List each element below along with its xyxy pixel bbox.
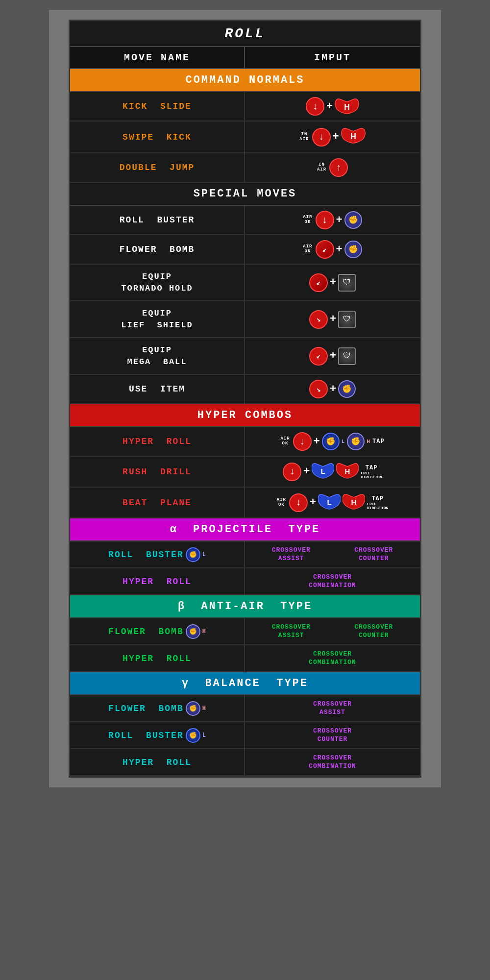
s-button-icon: 🛡: [338, 347, 356, 365]
l-label: L: [202, 551, 206, 558]
plus-sign: +: [330, 383, 336, 395]
alpha-label: PROJECTILE TYPE: [193, 523, 320, 536]
crossover-combination-text: CROSSOVERCOMBINATION: [251, 650, 414, 667]
l-wing-icon: L: [312, 462, 334, 482]
crossover-types-beta-flower: CROSSOVERASSIST CROSSOVERCOUNTER: [245, 618, 420, 644]
table-row: ROLL BUSTER ✊ L CROSSOVERCOUNTER: [70, 722, 420, 749]
l-label: L: [342, 439, 345, 444]
move-input-equip-mega: ↙ + 🛡: [245, 338, 420, 374]
plus-sign: +: [310, 496, 316, 509]
move-input-roll-buster: AIROK ↓ + ✊: [245, 206, 420, 234]
table-row: EQUIPLIEF SHIELD ↘ + 🛡: [70, 301, 420, 338]
table-row: HYPER ROLL AIROK ↓ + ✊ L ✊ H TAP: [70, 427, 420, 457]
table-row: EQUIPTORNADO HOLD ↙ + 🛡: [70, 265, 420, 301]
fist-button-icon: ✊: [338, 380, 356, 398]
move-name-roll-buster: ROLL BUSTER: [70, 206, 245, 234]
move-name-flower-bomb: FLOWER BOMB: [70, 235, 245, 264]
h-wing-icon: H: [343, 492, 365, 513]
input-header: IMPUT: [245, 47, 420, 68]
move-label: HYPER ROLL: [122, 758, 192, 767]
gamma-label: BALANCE TYPE: [205, 677, 308, 689]
alpha-header: α PROJECTILE TYPE: [70, 518, 420, 541]
tap-label: TAP: [372, 438, 385, 445]
move-input-swipe-kick: INAIR ↓ + H: [245, 122, 420, 152]
crossover-counter-text: CROSSOVERCOUNTER: [251, 727, 414, 744]
move-label: HYPER ROLL: [122, 577, 192, 587]
move-name-hyper-roll-gamma: HYPER ROLL: [70, 749, 245, 775]
move-input-beat-plane: AIROK ↓ + L H TAP: [245, 488, 420, 517]
plus-sign: +: [330, 276, 336, 289]
l-fist-icon: ✊: [186, 547, 200, 562]
down-icon: ↓: [293, 432, 312, 451]
table-row: ROLL BUSTER AIROK ↓ + ✊: [70, 206, 420, 235]
h-button-icon: H: [341, 126, 366, 147]
alpha-symbol: α: [170, 523, 178, 536]
l-label: L: [202, 732, 206, 739]
h-label: H: [367, 439, 370, 444]
tap-free-label: TAP FREEDIRECTION: [361, 465, 382, 479]
qcf-icon: ↙: [309, 273, 328, 292]
svg-text:H: H: [351, 498, 357, 506]
down-fwd-icon: ↘: [309, 310, 328, 329]
move-name-rush-drill: RUSH DRILL: [70, 457, 245, 487]
fist-button-icon: ✊: [344, 211, 362, 229]
table-row: HYPER ROLL CROSSOVERCOMBINATION: [70, 645, 420, 672]
title-text: ROLL: [224, 26, 265, 41]
air-ok-label: AIROK: [277, 498, 286, 508]
plus-sign: +: [330, 313, 336, 325]
table-row: EQUIPMEGA BALL ↙ + 🛡: [70, 338, 420, 375]
move-name-double-jump: DOUBLE JUMP: [70, 153, 245, 182]
svg-text:L: L: [327, 498, 332, 506]
crossover-combination-text: CROSSOVERCOMBINATION: [251, 754, 414, 771]
move-name-flower-bomb-gamma: FLOWER BOMB ✊ H: [70, 695, 245, 721]
table-header: MOVE NAME IMPUT: [70, 47, 420, 69]
plus-sign: +: [314, 436, 320, 448]
h-label: H: [202, 628, 206, 635]
move-name-swipe-kick: SWIPE KICK: [70, 122, 245, 152]
plus-sign: +: [330, 350, 336, 362]
move-name-hyper-roll-beta: HYPER ROLL: [70, 645, 245, 671]
table-row: FLOWER BOMB ✊ H CROSSOVERASSIST CROSSOVE…: [70, 618, 420, 645]
gamma-header: γ BALANCE TYPE: [70, 672, 420, 695]
plus-sign: +: [336, 214, 343, 226]
move-input-use-item: ↘ + ✊: [245, 375, 420, 403]
in-air-label: INAIR: [317, 163, 326, 172]
move-name-use-item: USE ITEM: [70, 375, 245, 403]
table-row: USE ITEM ↘ + ✊: [70, 375, 420, 404]
table-row: HYPER ROLL CROSSOVERCOMBINATION: [70, 749, 420, 776]
move-label: FLOWER BOMB: [108, 627, 184, 637]
crossover-types-beta-hyper: CROSSOVERCOMBINATION: [245, 645, 420, 671]
crossover-assist-text: CROSSOVERASSIST: [251, 546, 332, 563]
svg-text:H: H: [345, 467, 350, 475]
air-ok-label: AIROK: [280, 437, 290, 446]
crossover-counter-text: CROSSOVERCOUNTER: [334, 546, 415, 563]
down-arrow-icon: ↓: [312, 128, 331, 147]
table-row: SWIPE KICK INAIR ↓ + H: [70, 122, 420, 153]
crossover-types-gamma-buster: CROSSOVERCOUNTER: [245, 722, 420, 748]
air-ok-label: AIROK: [303, 245, 312, 254]
move-name-hyper-roll: HYPER ROLL: [70, 427, 245, 456]
move-name-roll-buster-gamma: ROLL BUSTER ✊ L: [70, 722, 245, 748]
character-title: ROLL: [70, 21, 420, 47]
table-row: FLOWER BOMB ✊ H CROSSOVERASSIST: [70, 695, 420, 722]
crossover-types-alpha-buster: CROSSOVERASSIST CROSSOVERCOUNTER: [245, 541, 420, 567]
h-fist-icon: ✊: [347, 433, 365, 450]
s-button-icon: 🛡: [338, 311, 356, 328]
move-label: ROLL BUSTER: [108, 550, 184, 560]
h-button-icon: H: [335, 97, 359, 116]
plus-sign: +: [333, 131, 339, 143]
move-input-equip-lief: ↘ + 🛡: [245, 301, 420, 337]
special-moves-header: SPECIAL MOVES: [70, 183, 420, 206]
move-label: FLOWER BOMB: [108, 704, 184, 713]
table-row: ROLL BUSTER ✊ L CROSSOVERASSIST CROSSOVE…: [70, 541, 420, 568]
svg-text:H: H: [350, 132, 356, 141]
up-arrow-icon: ↑: [329, 158, 348, 177]
crossover-types-gamma-flower: CROSSOVERASSIST: [245, 695, 420, 721]
l-fist-icon: ✊: [186, 728, 200, 743]
crossover-combination-text: CROSSOVERCOMBINATION: [251, 573, 414, 590]
air-ok-label: AIROK: [303, 215, 312, 225]
move-name-equip-tornado: EQUIPTORNADO HOLD: [70, 265, 245, 300]
move-label: HYPER ROLL: [122, 654, 192, 663]
move-name-beat-plane: BEAT PLANE: [70, 488, 245, 517]
move-name-kick-slide: KICK SLIDE: [70, 92, 245, 121]
